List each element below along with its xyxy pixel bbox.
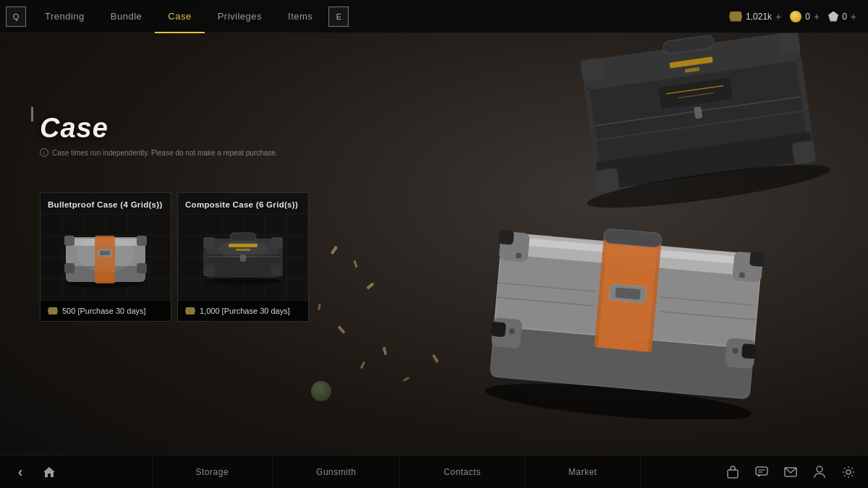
product-cards-container: Bulletproof Case (4 Grid(s))	[40, 192, 309, 322]
tab-privileges[interactable]: Privileges	[205, 0, 275, 33]
svg-rect-61	[271, 237, 283, 249]
svg-point-78	[817, 466, 822, 472]
bulletproof-price-text: 500 [Purchase 30 days]	[62, 307, 146, 315]
svg-point-56	[77, 236, 135, 273]
composite-price: 1,000 [Purchase 30 days]	[178, 300, 308, 321]
currency-gold: 1,021k +	[729, 11, 781, 22]
svg-point-71	[218, 241, 268, 258]
home-icon	[43, 466, 56, 478]
tab-case[interactable]: Case	[155, 0, 204, 33]
composite-price-text: 1,000 [Purchase 30 days]	[200, 307, 290, 315]
svg-rect-35	[615, 287, 640, 299]
gold-value: 1,021k	[746, 12, 772, 22]
currency-gem: 0 +	[828, 11, 856, 22]
gem-plus-button[interactable]: +	[851, 11, 856, 22]
user-button[interactable]	[810, 463, 829, 481]
svg-rect-54	[64, 263, 75, 273]
svg-rect-73	[728, 470, 738, 478]
bottom-nav-storage[interactable]: Storage	[152, 455, 273, 489]
svg-rect-4	[776, 30, 801, 55]
bottom-nav-left: ‹	[0, 461, 69, 484]
svg-rect-3	[580, 58, 605, 82]
back-button[interactable]: ‹	[9, 461, 32, 484]
bottom-navigation: ‹ Storage Gunsmith Contacts Market	[0, 455, 868, 488]
svg-rect-28	[498, 229, 514, 245]
svg-rect-55	[137, 263, 147, 273]
page-title: Case	[40, 113, 278, 144]
bottom-nav-gunsmith[interactable]: Gunsmith	[272, 455, 399, 489]
bulletproof-price: 500 [Purchase 30 days]	[41, 300, 171, 321]
bulletproof-card-image-area	[41, 213, 171, 300]
mail-icon	[784, 467, 797, 477]
settings-button[interactable]	[839, 463, 858, 481]
bulletproof-card-header: Bulletproof Case (4 Grid(s))	[41, 193, 171, 213]
coin-icon	[790, 11, 801, 22]
tab-bundle[interactable]: Bundle	[98, 0, 155, 33]
disclaimer-text: Case times run independently. Please do …	[52, 149, 278, 157]
info-icon: i	[40, 148, 48, 157]
case-disclaimer: i Case times run independently. Please d…	[40, 148, 278, 157]
settings-icon	[842, 466, 855, 479]
svg-rect-52	[64, 236, 75, 246]
svg-rect-31	[741, 343, 757, 359]
currency-coin: 0 +	[790, 11, 820, 22]
bottom-nav-right	[723, 463, 868, 481]
composite-card-header: Composite Case (6 Grid(s))	[178, 193, 308, 213]
gem-icon	[828, 12, 838, 22]
home-button[interactable]	[38, 461, 61, 484]
tab-items[interactable]: Items	[275, 0, 326, 33]
price-icon-2	[185, 307, 195, 314]
gold-icon	[729, 12, 742, 22]
svg-rect-30	[490, 322, 506, 338]
coin-plus-button[interactable]: +	[814, 11, 820, 22]
svg-rect-68	[279, 248, 283, 267]
svg-rect-74	[756, 467, 767, 475]
svg-rect-67	[203, 248, 207, 267]
composite-card-image-area	[178, 213, 308, 300]
composite-case-card[interactable]: Composite Case (6 Grid(s))	[177, 192, 309, 322]
bulletproof-case-card[interactable]: Bulletproof Case (4 Grid(s))	[40, 192, 171, 322]
back-icon: ‹	[18, 463, 23, 480]
svg-rect-53	[137, 236, 147, 246]
key-e[interactable]: E	[328, 7, 349, 27]
top-navigation: Q Trending Bundle Case Privileges Items …	[0, 0, 868, 33]
key-q[interactable]: Q	[6, 7, 26, 27]
tab-trending[interactable]: Trending	[32, 0, 98, 33]
svg-rect-60	[203, 237, 215, 249]
svg-rect-29	[749, 252, 765, 267]
svg-rect-69	[230, 233, 256, 241]
svg-point-79	[846, 470, 851, 474]
chat-icon	[755, 466, 768, 478]
svg-rect-6	[791, 140, 816, 165]
gem-value: 0	[842, 12, 847, 22]
bottom-nav-center: Storage Gunsmith Contacts Market	[69, 455, 723, 489]
svg-rect-5	[595, 168, 620, 192]
nav-right: 1,021k + 0 + 0 +	[729, 11, 868, 22]
case-corner-decoration	[31, 107, 33, 121]
nav-left: Q Trending Bundle Case Privileges Items …	[0, 0, 729, 33]
bag-button[interactable]	[723, 463, 742, 481]
svg-point-57	[205, 278, 281, 285]
svg-marker-72	[43, 467, 55, 477]
user-icon	[814, 466, 825, 479]
gold-plus-button[interactable]: +	[775, 11, 781, 22]
bag-icon	[726, 466, 739, 479]
coin-value: 0	[805, 12, 810, 22]
chat-button[interactable]	[752, 463, 771, 481]
case-header: Case i Case times run independently. Ple…	[40, 113, 278, 157]
case-display-area	[376, 14, 868, 419]
price-icon	[48, 307, 58, 314]
bottom-nav-market[interactable]: Market	[524, 455, 642, 489]
bottom-nav-contacts[interactable]: Contacts	[399, 455, 524, 489]
mail-button[interactable]	[781, 463, 800, 481]
